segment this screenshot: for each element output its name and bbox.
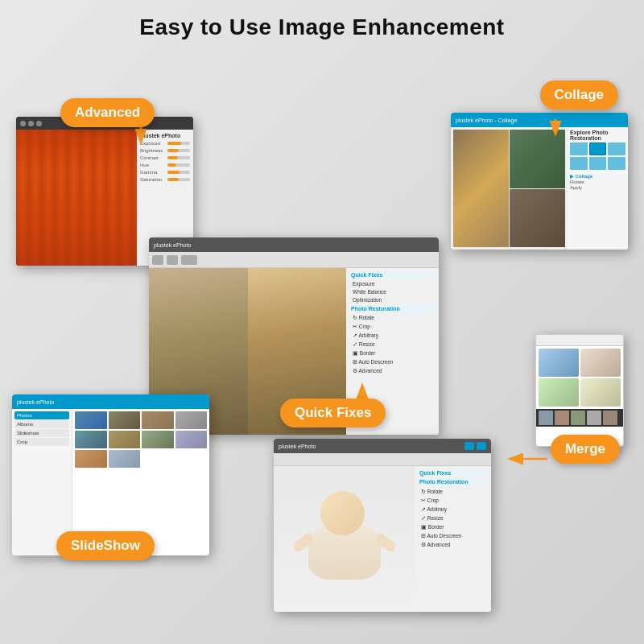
advanced-label: plustek ePhoto — [140, 133, 190, 138]
nav-photos[interactable]: Photos — [14, 411, 69, 419]
collage-cell-1 — [510, 130, 565, 188]
layout-opt-4[interactable] — [570, 157, 588, 170]
ctrl-contrast[interactable]: Contrast — [140, 155, 190, 160]
item-autodescreen[interactable]: ⊞ Auto Descreen — [349, 357, 436, 366]
thumb-5[interactable] — [75, 431, 107, 448]
thumb-4[interactable] — [175, 411, 208, 429]
merge-small-thumbstrip — [536, 409, 623, 427]
win-btn-2[interactable] — [28, 121, 34, 126]
merge-section-pr: Photo Restoration ↻ Rotate ✂ Crop ↗ Arbi… — [418, 478, 488, 549]
merge-photo — [274, 466, 415, 612]
ctrl-saturation[interactable]: Saturation — [140, 177, 190, 182]
collage-cell-2 — [510, 189, 565, 248]
nav-crop[interactable]: Crop — [14, 438, 69, 446]
window-merge: plustek ePhoto Quick Fixes Photo Restora… — [274, 439, 491, 612]
ts-5 — [603, 411, 617, 425]
baby-head — [320, 491, 365, 535]
collage-right-panel: Explore Photo Restoration ▶ Collage Rota… — [568, 127, 628, 250]
merge-item-advanced[interactable]: ⚙ Advanced — [418, 540, 488, 549]
titlebar-merge: plustek ePhoto — [274, 439, 491, 453]
section-title-pr: Photo Restoration — [349, 305, 436, 312]
collage-options: ▶ Collage Rotate Apply — [570, 173, 625, 190]
page-title: Easy to Use Image Enhancement — [0, 0, 644, 48]
nav-slideshow[interactable]: Slideshow — [14, 429, 69, 437]
item-resize[interactable]: ⤢ Resize — [349, 340, 436, 349]
ctrl-gamma[interactable]: Gamma — [140, 170, 190, 175]
arch-overlay — [16, 130, 137, 266]
ts-4 — [587, 411, 601, 425]
callout-merge: Merge — [551, 435, 620, 464]
callout-slideshow: SlideShow — [56, 531, 155, 560]
merge-item-resize[interactable]: ⤢ Resize — [418, 514, 488, 522]
item-exposure[interactable]: Exposure — [349, 279, 436, 287]
ss-title: plustek ePhoto — [17, 399, 54, 405]
qf-title: plustek ePhoto — [154, 242, 191, 248]
merge-item-crop[interactable]: ✂ Crop — [418, 496, 488, 505]
item-border[interactable]: ▣ Border — [349, 349, 436, 357]
item-whitebalance[interactable]: White Balance — [349, 287, 436, 295]
merge-item-border[interactable]: ▣ Border — [418, 522, 488, 531]
layout-opt-3[interactable] — [608, 142, 625, 155]
titlebar-collage: plustek ePhoto - Collage — [451, 113, 628, 127]
merge-btn-2[interactable] — [477, 442, 486, 450]
thumb-10[interactable] — [109, 450, 141, 468]
collage-layout-grid[interactable] — [570, 142, 625, 170]
layout-opt-5[interactable] — [589, 157, 607, 170]
win-btn-3[interactable] — [36, 121, 42, 126]
ctrl-brightness[interactable]: Brightness — [140, 148, 190, 153]
layout-opt-2[interactable] — [589, 142, 607, 155]
callout-quickfixes: Quick Fixes — [280, 398, 386, 427]
ts-3 — [571, 411, 585, 425]
titlebar-quickfixes: plustek ePhoto — [149, 237, 439, 252]
merge-toolbar — [274, 453, 491, 466]
tb-forward[interactable] — [167, 255, 178, 265]
thumb-9[interactable] — [75, 450, 107, 468]
collage-panel-title: Explore Photo Restoration — [570, 130, 625, 141]
baby-figure — [288, 491, 401, 588]
callout-advanced: Advanced — [60, 98, 155, 127]
titlebar-slideshow: plustek ePhoto — [12, 394, 209, 409]
merge-cell-1[interactable] — [539, 349, 579, 377]
window-collage: plustek ePhoto - Collage Explore Photo R… — [451, 113, 628, 250]
merge-cell-3[interactable] — [539, 378, 579, 407]
collage-title-text: plustek ePhoto - Collage — [456, 118, 517, 123]
layout-opt-1[interactable] — [570, 142, 588, 155]
merge-cell-2[interactable] — [580, 349, 621, 377]
nav-albums[interactable]: Albums — [14, 420, 69, 428]
merge-section-quickfixes: Quick Fixes — [418, 469, 488, 477]
section-title-qf: Quick Fixes — [349, 271, 436, 279]
item-crop[interactable]: ✂ Crop — [349, 322, 436, 331]
merge-cell-4[interactable] — [580, 378, 621, 407]
tb-zoom[interactable] — [181, 255, 197, 265]
merge-item-rotate[interactable]: ↻ Rotate — [418, 487, 488, 496]
layout-opt-6[interactable] — [608, 157, 625, 170]
item-arbitrary[interactable]: ↗ Arbitrary — [349, 331, 436, 340]
merge-item-autodescreen[interactable]: ⊞ Auto Descreen — [418, 531, 488, 540]
ts-2 — [555, 411, 569, 425]
win-btn-1[interactable] — [20, 121, 26, 126]
section-quickfixes: Quick Fixes Exposure White Balance Optim… — [349, 271, 436, 303]
photo-advanced — [16, 130, 137, 266]
ts-1 — [539, 411, 553, 425]
ctrl-hue[interactable]: Hue — [140, 163, 190, 167]
thumb-7[interactable] — [142, 431, 174, 448]
item-optimization[interactable]: Optimization — [349, 295, 436, 303]
merge-panel: Quick Fixes Photo Restoration ↻ Rotate ✂… — [415, 466, 491, 612]
ctrl-exposure[interactable]: Exposure — [140, 141, 190, 146]
thumb-1[interactable] — [75, 411, 107, 429]
merge-item-arbitrary[interactable]: ↗ Arbitrary — [418, 505, 488, 514]
thumb-2[interactable] — [109, 411, 141, 429]
merge-section-title-pr: Photo Restoration — [418, 478, 488, 485]
toolbar-quickfixes — [149, 252, 439, 268]
thumb-3[interactable] — [142, 411, 174, 429]
thumb-8[interactable] — [175, 431, 208, 448]
merge-btn-1[interactable] — [464, 442, 474, 450]
item-advanced[interactable]: ⚙ Advanced — [349, 366, 436, 375]
tb-back[interactable] — [152, 255, 163, 265]
callout-collage: Collage — [540, 80, 618, 109]
merge-small-content — [536, 346, 623, 409]
thumb-6[interactable] — [109, 431, 141, 448]
titlebar-merge-small — [536, 335, 623, 346]
item-rotate[interactable]: ↻ Rotate — [349, 313, 436, 322]
collage-photo-grid — [451, 127, 568, 250]
